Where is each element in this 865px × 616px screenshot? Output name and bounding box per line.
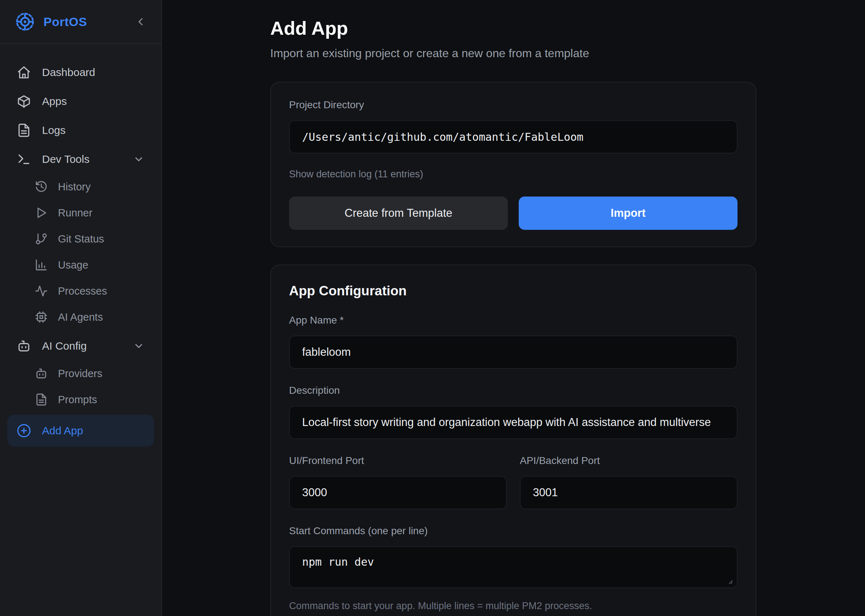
api-port-input[interactable] (520, 476, 737, 509)
chevron-left-icon (134, 16, 147, 28)
sidebar-item-label: Dev Tools (42, 153, 90, 165)
sidebar-item-logs[interactable]: Logs (7, 116, 154, 145)
project-directory-card: Project Directory Show detection log (11… (270, 82, 756, 247)
main-content: Add App Import an existing project or cr… (162, 0, 865, 616)
page-title: Add App (270, 18, 865, 39)
bar-chart-icon (35, 258, 48, 272)
brand-title: PortOS (44, 15, 87, 29)
sidebar-item-git-status[interactable]: Git Status (7, 226, 154, 252)
sidebar-item-prompts[interactable]: Prompts (7, 387, 154, 413)
sidebar-item-processes[interactable]: Processes (7, 278, 154, 304)
history-icon (35, 180, 48, 193)
portos-logo-icon (14, 11, 36, 32)
sidebar-item-label: Processes (58, 285, 107, 297)
bot-icon (17, 339, 31, 353)
sidebar-item-usage[interactable]: Usage (7, 252, 154, 278)
app-name-input[interactable] (289, 336, 737, 369)
sidebar-item-label: Usage (58, 259, 88, 271)
resize-handle-icon[interactable] (726, 577, 733, 585)
start-commands-helper: Commands to start your app. Multiple lin… (289, 600, 737, 612)
create-from-template-button[interactable]: Create from Template (289, 196, 508, 230)
sidebar-item-dev-tools[interactable]: Dev Tools (7, 145, 154, 174)
sidebar-item-label: Dashboard (42, 66, 95, 79)
sidebar-item-ai-config[interactable]: AI Config (7, 332, 154, 360)
app-window: PortOS Dashboard Apps (0, 0, 865, 616)
home-icon (17, 65, 31, 80)
project-actions: Create from Template Import (289, 196, 737, 230)
sidebar-item-label: History (58, 181, 91, 193)
sidebar-item-label: Git Status (58, 233, 104, 245)
git-branch-icon (35, 233, 48, 245)
file-text-icon (17, 123, 31, 138)
sidebar-item-label: AI Config (42, 340, 87, 352)
show-detection-log-toggle[interactable]: Show detection log (11 entries) (289, 169, 423, 180)
sidebar-collapse-button[interactable] (134, 16, 147, 28)
chevron-down-icon (133, 154, 145, 165)
sidebar-item-label: AI Agents (58, 311, 103, 323)
activity-icon (35, 284, 48, 297)
sidebar-nav: Dashboard Apps Logs Dev Tools (0, 44, 161, 460)
description-input[interactable] (289, 406, 737, 439)
sidebar-item-add-app[interactable]: Add App (7, 415, 154, 446)
sidebar-item-history[interactable]: History (7, 174, 154, 200)
ui-port-input[interactable] (289, 476, 507, 509)
sidebar-item-label: Prompts (58, 394, 97, 406)
sidebar-item-label: Runner (58, 207, 92, 219)
file-text-icon (35, 393, 48, 406)
start-commands-label: Start Commands (one per line) (289, 525, 737, 537)
cpu-icon (35, 311, 48, 324)
sidebar: PortOS Dashboard Apps (0, 0, 162, 616)
import-button[interactable]: Import (519, 196, 737, 230)
start-commands-textarea[interactable]: npm run dev (289, 546, 737, 588)
sidebar-item-label: Providers (58, 368, 102, 380)
chevron-down-icon (133, 340, 145, 352)
terminal-icon (17, 152, 31, 167)
project-directory-label: Project Directory (289, 99, 737, 111)
bot-icon (35, 367, 48, 380)
sidebar-header: PortOS (0, 0, 161, 44)
app-configuration-card: App Configuration App Name * Description… (270, 264, 756, 616)
package-icon (17, 94, 31, 108)
sidebar-item-ai-agents[interactable]: AI Agents (7, 304, 154, 330)
description-label: Description (289, 385, 737, 396)
sidebar-item-runner[interactable]: Runner (7, 200, 154, 226)
sidebar-item-providers[interactable]: Providers (7, 360, 154, 387)
plus-circle-icon (17, 423, 31, 438)
play-icon (35, 206, 48, 219)
project-directory-input[interactable] (289, 120, 737, 154)
page-subtitle: Import an existing project or create a n… (270, 47, 865, 60)
sidebar-item-dashboard[interactable]: Dashboard (7, 58, 154, 87)
sidebar-item-label: Apps (42, 95, 67, 107)
app-name-label: App Name * (289, 314, 737, 326)
sidebar-item-label: Add App (42, 424, 83, 437)
app-configuration-title: App Configuration (289, 283, 737, 299)
sidebar-item-apps[interactable]: Apps (7, 87, 154, 116)
api-port-label: API/Backend Port (520, 455, 737, 467)
ui-port-label: UI/Frontend Port (289, 455, 507, 467)
sidebar-item-label: Logs (42, 124, 66, 137)
start-commands-value: npm run dev (302, 556, 374, 568)
